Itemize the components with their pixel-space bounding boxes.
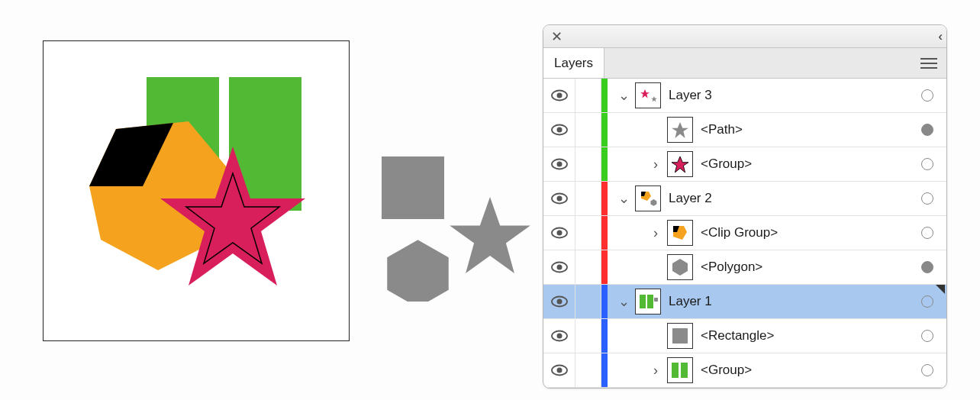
canvas-artboard (43, 40, 350, 341)
visibility-toggle[interactable] (543, 182, 575, 215)
svg-marker-21 (672, 156, 688, 173)
svg-rect-38 (654, 298, 658, 302)
layer-name-label[interactable]: <Group> (701, 363, 908, 378)
layer-list: ⌄Layer 3<Path>›<Group>⌄Layer 2›<Clip Gro… (543, 79, 946, 388)
layer-thumbnail (635, 289, 661, 315)
layer-thumbnail (667, 117, 693, 143)
panel-menu-icon[interactable] (911, 48, 946, 78)
svg-rect-6 (382, 156, 444, 219)
layer-row-rect[interactable]: <Rectangle> (543, 319, 946, 353)
layer-name-label[interactable]: Layer 2 (669, 191, 908, 206)
layer-color-strip (601, 147, 608, 181)
visibility-toggle[interactable] (543, 147, 575, 181)
layer-thumbnail (667, 357, 693, 383)
layer-name-label[interactable]: <Polygon> (701, 260, 908, 275)
selection-indicator (936, 285, 945, 294)
tab-layers[interactable]: Layers (543, 48, 604, 78)
layers-panel: ✕ ‹‹ Layers ⌄Layer 3<Path>›<Group>⌄Layer… (543, 24, 947, 389)
layer-color-strip (601, 353, 608, 387)
target-button[interactable] (908, 89, 946, 102)
layer-color-strip (601, 285, 608, 318)
layer-name-label[interactable]: <Rectangle> (701, 328, 908, 344)
layer-name-label[interactable]: Layer 1 (669, 294, 908, 309)
svg-rect-41 (672, 328, 688, 344)
panel-titlebar[interactable]: ✕ ‹‹ (543, 25, 946, 48)
disclosure-arrow[interactable]: ⌄ (612, 89, 635, 102)
svg-point-23 (556, 196, 562, 202)
layer-row-layer2[interactable]: ⌄Layer 2 (543, 182, 946, 216)
target-button[interactable] (908, 124, 946, 136)
target-button[interactable] (908, 192, 946, 205)
svg-marker-7 (387, 240, 449, 302)
layer-thumbnail (635, 185, 661, 211)
svg-point-40 (556, 334, 562, 339)
lock-toggle[interactable] (575, 182, 601, 215)
lock-toggle[interactable] (575, 79, 601, 112)
layer-thumbnail (667, 151, 693, 177)
grey-preview-shapes (374, 156, 542, 305)
visibility-toggle[interactable] (543, 250, 575, 284)
lock-toggle[interactable] (575, 319, 601, 353)
svg-marker-33 (672, 259, 688, 276)
visibility-toggle[interactable] (543, 353, 575, 387)
visibility-toggle[interactable] (543, 319, 575, 353)
lock-toggle[interactable] (575, 285, 601, 318)
lock-toggle[interactable] (575, 250, 601, 284)
layer-color-strip (601, 250, 608, 284)
target-button[interactable] (908, 158, 946, 170)
svg-point-13 (556, 93, 562, 98)
target-button[interactable] (908, 330, 946, 342)
svg-point-32 (556, 265, 562, 270)
target-button[interactable] (908, 364, 946, 376)
svg-marker-8 (450, 197, 530, 273)
layer-row-group1[interactable]: ›<Group> (543, 353, 946, 388)
visibility-toggle[interactable] (543, 285, 575, 318)
artwork-svg (44, 41, 349, 340)
disclosure-arrow[interactable]: ⌄ (612, 192, 635, 205)
layer-row-clipgroup[interactable]: ›<Clip Group> (543, 216, 946, 250)
target-button[interactable] (908, 295, 946, 308)
layer-thumbnail (667, 323, 693, 349)
layer-row-polygon[interactable]: <Polygon> (543, 250, 946, 285)
close-icon[interactable]: ✕ (551, 30, 563, 44)
lock-toggle[interactable] (575, 113, 601, 147)
svg-marker-18 (672, 122, 688, 138)
layer-name-label[interactable]: <Clip Group> (701, 225, 908, 240)
svg-rect-36 (640, 295, 646, 308)
lock-toggle[interactable] (575, 147, 601, 181)
disclosure-arrow[interactable]: ⌄ (612, 295, 635, 308)
layer-thumbnail (635, 82, 661, 108)
svg-point-17 (556, 127, 562, 133)
layer-name-label[interactable]: <Group> (701, 156, 908, 172)
layer-row-path[interactable]: <Path> (543, 113, 946, 147)
svg-point-43 (556, 368, 562, 373)
visibility-toggle[interactable] (543, 113, 575, 147)
layer-color-strip (601, 79, 608, 112)
svg-rect-44 (672, 363, 679, 378)
target-button[interactable] (908, 227, 946, 239)
layer-row-group3[interactable]: ›<Group> (543, 147, 946, 182)
layer-color-strip (601, 182, 608, 215)
panel-tabs: Layers (543, 48, 946, 79)
svg-point-20 (556, 162, 562, 167)
svg-marker-26 (650, 199, 656, 206)
layer-color-strip (601, 216, 608, 250)
svg-rect-45 (681, 363, 688, 378)
lock-toggle[interactable] (575, 216, 601, 250)
svg-point-28 (556, 231, 562, 236)
visibility-toggle[interactable] (543, 79, 575, 112)
collapse-icon[interactable]: ‹‹ (938, 30, 939, 44)
svg-rect-37 (647, 295, 653, 308)
layer-row-layer3[interactable]: ⌄Layer 3 (543, 79, 946, 113)
target-button[interactable] (908, 261, 946, 273)
layer-row-layer1[interactable]: ⌄Layer 1 (543, 285, 946, 319)
disclosure-arrow[interactable]: › (644, 157, 667, 171)
disclosure-arrow[interactable]: › (644, 226, 667, 240)
layer-thumbnail (667, 220, 693, 246)
layer-color-strip (601, 113, 608, 147)
disclosure-arrow[interactable]: › (644, 363, 667, 377)
layer-name-label[interactable]: Layer 3 (669, 88, 908, 103)
layer-name-label[interactable]: <Path> (701, 122, 908, 137)
visibility-toggle[interactable] (543, 216, 575, 250)
lock-toggle[interactable] (575, 353, 601, 387)
